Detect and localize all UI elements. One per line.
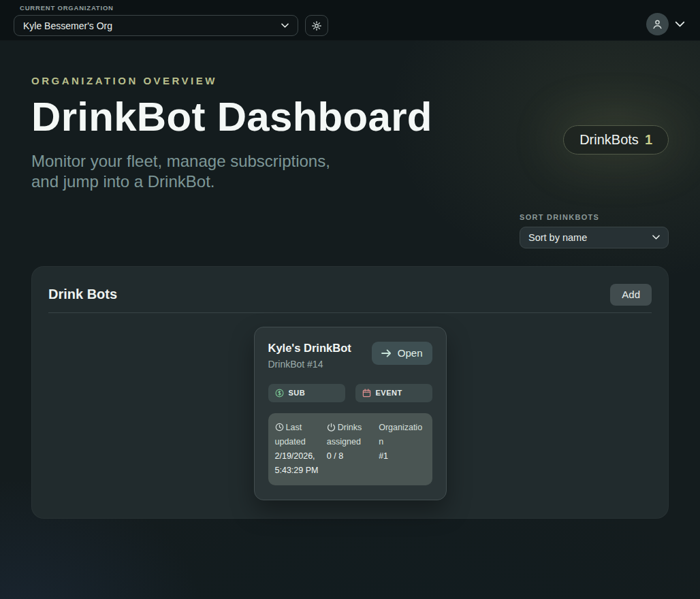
- event-badge: EVENT: [355, 384, 432, 402]
- drinkbots-panel: Drink Bots Add Kyle's DrinkBot DrinkBot …: [31, 266, 669, 519]
- drinkbots-count-label: DrinkBots: [579, 132, 639, 148]
- org-select[interactable]: Kyle Bessemer's Org: [14, 15, 298, 36]
- stat-last-updated-value: 2/19/2026, 5:43:29 PM: [275, 449, 321, 478]
- subscription-badge-label: SUB: [289, 389, 306, 397]
- person-icon: [652, 18, 663, 30]
- sort-label: SORT DRINKBOTS: [520, 213, 669, 221]
- hero: ORGANIZATION OVERVIEW DrinkBot Dashboard…: [31, 75, 669, 193]
- stat-organization-value: #1: [379, 449, 425, 464]
- gear-icon: [311, 20, 322, 31]
- arrow-right-icon: [381, 349, 392, 357]
- page-title: DrinkBot Dashboard: [31, 93, 432, 140]
- clock-icon: [275, 423, 284, 432]
- divider: [48, 312, 652, 313]
- current-org-block: CURRENT ORGANIZATION Kyle Bessemer's Org: [14, 3, 328, 40]
- user-menu-chevron[interactable]: [673, 20, 686, 29]
- open-button-label: Open: [398, 347, 423, 359]
- panel-title: Drink Bots: [48, 287, 117, 302]
- chevron-down-icon: [281, 23, 289, 28]
- badges-row: SUB EVENT: [268, 384, 432, 402]
- topbar: CURRENT ORGANIZATION Kyle Bessemer's Org: [0, 0, 700, 41]
- card-title: Kyle's DrinkBot: [268, 342, 351, 355]
- dollar-circle-icon: [275, 389, 284, 398]
- drinkbots-count-value: 1: [645, 132, 652, 148]
- stat-organization-label: Organization: [379, 423, 422, 447]
- stat-drinks-assigned-value: 0 / 8: [327, 449, 373, 464]
- user-block: [646, 8, 686, 40]
- power-icon: [327, 423, 336, 432]
- main: ORGANIZATION OVERVIEW DrinkBot Dashboard…: [0, 75, 700, 519]
- stat-last-updated-label: Last updated: [275, 423, 306, 447]
- stat-last-updated: Last updated 2/19/2026, 5:43:29 PM: [275, 421, 321, 478]
- card-header: Kyle's DrinkBot DrinkBot #14 Open: [268, 342, 432, 370]
- chevron-down-icon: [652, 235, 660, 240]
- current-org-label: CURRENT ORGANIZATION: [20, 4, 328, 12]
- sort-area: SORT DRINKBOTS Sort by name: [520, 213, 669, 248]
- add-button[interactable]: Add: [610, 284, 652, 306]
- page-subtitle: Monitor your fleet, manage subscriptions…: [31, 151, 331, 193]
- settings-button[interactable]: [305, 15, 328, 36]
- calendar-icon: [362, 389, 371, 398]
- org-row: Kyle Bessemer's Org: [14, 15, 328, 36]
- card-titles: Kyle's DrinkBot DrinkBot #14: [268, 342, 351, 370]
- chevron-down-icon: [675, 21, 685, 27]
- drinkbot-card: Kyle's DrinkBot DrinkBot #14 Open SUB: [254, 327, 447, 500]
- sort-select-value: Sort by name: [528, 232, 587, 243]
- stat-organization: Organization #1: [379, 421, 425, 478]
- drinkbots-count-badge: DrinkBots 1: [563, 125, 669, 155]
- open-button[interactable]: Open: [372, 342, 432, 365]
- stat-drinks-assigned: Drinks assigned 0 / 8: [327, 421, 373, 478]
- event-badge-label: EVENT: [376, 389, 402, 397]
- sort-select[interactable]: Sort by name: [520, 227, 669, 248]
- stat-drinks-assigned-label: Drinks assigned: [327, 423, 362, 447]
- panel-header: Drink Bots Add: [48, 284, 652, 306]
- org-select-value: Kyle Bessemer's Org: [23, 20, 112, 31]
- hero-left: ORGANIZATION OVERVIEW DrinkBot Dashboard…: [31, 75, 432, 193]
- cards-container: Kyle's DrinkBot DrinkBot #14 Open SUB: [48, 327, 652, 500]
- card-stats: Last updated 2/19/2026, 5:43:29 PM Drink…: [268, 413, 432, 485]
- subscription-badge: SUB: [268, 384, 345, 402]
- avatar[interactable]: [646, 13, 669, 35]
- card-subtitle: DrinkBot #14: [268, 359, 351, 370]
- page-eyebrow: ORGANIZATION OVERVIEW: [31, 75, 432, 86]
